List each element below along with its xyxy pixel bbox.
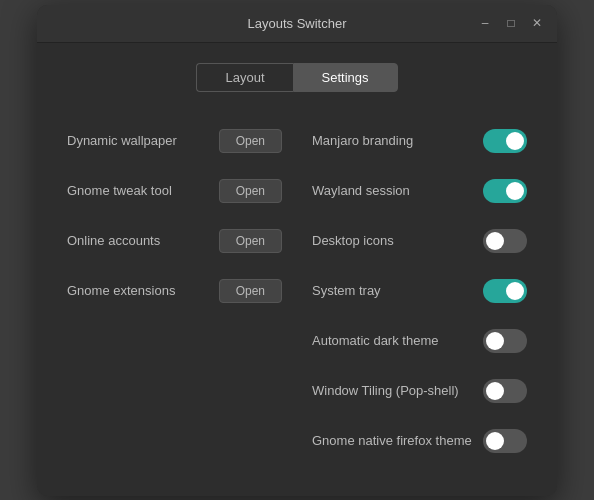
- tab-layout[interactable]: Layout: [196, 63, 292, 92]
- manjaro-branding-label: Manjaro branding: [312, 133, 413, 148]
- main-window: Layouts Switcher – □ ✕ Layout Settings D…: [37, 5, 557, 496]
- setting-gnome-tweak-tool: Gnome tweak tool Open: [67, 166, 282, 216]
- titlebar: Layouts Switcher – □ ✕: [37, 5, 557, 43]
- setting-desktop-icons: Desktop icons: [312, 216, 527, 266]
- tab-settings[interactable]: Settings: [293, 63, 398, 92]
- gnome-tweak-tool-open-button[interactable]: Open: [219, 179, 282, 203]
- minimize-button[interactable]: –: [477, 15, 493, 31]
- content-area: Layout Settings Dynamic wallpaper Open G…: [37, 43, 557, 496]
- setting-automatic-dark-theme: Automatic dark theme: [312, 316, 527, 366]
- setting-gnome-extensions: Gnome extensions Open: [67, 266, 282, 316]
- gnome-extensions-open-button[interactable]: Open: [219, 279, 282, 303]
- setting-window-tiling: Window Tiling (Pop-shell): [312, 366, 527, 416]
- gnome-native-firefox-toggle[interactable]: [483, 429, 527, 453]
- wayland-session-label: Wayland session: [312, 183, 410, 198]
- desktop-icons-toggle[interactable]: [483, 229, 527, 253]
- gnome-tweak-tool-label: Gnome tweak tool: [67, 183, 172, 198]
- setting-dynamic-wallpaper: Dynamic wallpaper Open: [67, 116, 282, 166]
- window-title: Layouts Switcher: [248, 16, 347, 31]
- right-column: Manjaro branding Wayland session: [312, 116, 527, 466]
- gnome-extensions-label: Gnome extensions: [67, 283, 175, 298]
- system-tray-toggle[interactable]: [483, 279, 527, 303]
- automatic-dark-theme-toggle[interactable]: [483, 329, 527, 353]
- setting-manjaro-branding: Manjaro branding: [312, 116, 527, 166]
- maximize-button[interactable]: □: [503, 15, 519, 31]
- setting-wayland-session: Wayland session: [312, 166, 527, 216]
- tab-bar: Layout Settings: [67, 63, 527, 92]
- online-accounts-open-button[interactable]: Open: [219, 229, 282, 253]
- dynamic-wallpaper-open-button[interactable]: Open: [219, 129, 282, 153]
- automatic-dark-theme-label: Automatic dark theme: [312, 333, 438, 348]
- window-tiling-label: Window Tiling (Pop-shell): [312, 383, 459, 398]
- titlebar-controls: – □ ✕: [477, 15, 545, 31]
- wayland-session-toggle[interactable]: [483, 179, 527, 203]
- gnome-native-firefox-label: Gnome native firefox theme: [312, 433, 472, 448]
- manjaro-branding-toggle[interactable]: [483, 129, 527, 153]
- setting-gnome-native-firefox: Gnome native firefox theme: [312, 416, 527, 466]
- online-accounts-label: Online accounts: [67, 233, 160, 248]
- close-button[interactable]: ✕: [529, 15, 545, 31]
- desktop-icons-label: Desktop icons: [312, 233, 394, 248]
- window-tiling-toggle[interactable]: [483, 379, 527, 403]
- left-column: Dynamic wallpaper Open Gnome tweak tool …: [67, 116, 282, 466]
- setting-system-tray: System tray: [312, 266, 527, 316]
- settings-grid: Dynamic wallpaper Open Gnome tweak tool …: [67, 116, 527, 466]
- setting-online-accounts: Online accounts Open: [67, 216, 282, 266]
- dynamic-wallpaper-label: Dynamic wallpaper: [67, 133, 177, 148]
- system-tray-label: System tray: [312, 283, 381, 298]
